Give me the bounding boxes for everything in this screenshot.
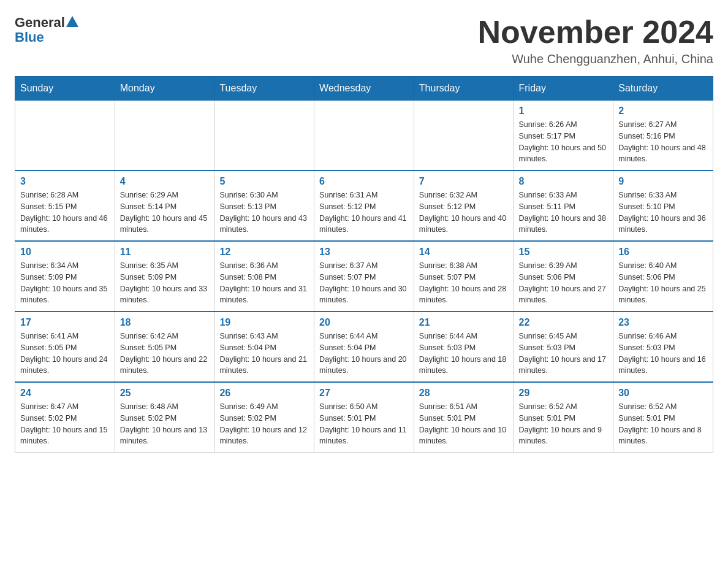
day-number: 24 [20,388,110,399]
day-info: Sunrise: 6:45 AMSunset: 5:03 PMDaylight:… [519,331,609,377]
day-number: 19 [219,317,309,328]
day-info: Sunrise: 6:49 AMSunset: 5:02 PMDaylight:… [219,401,309,447]
weekday-header-wednesday: Wednesday [314,77,414,101]
day-info: Sunrise: 6:52 AMSunset: 5:01 PMDaylight:… [519,401,609,447]
day-info: Sunrise: 6:35 AMSunset: 5:09 PMDaylight:… [120,260,210,306]
calendar-cell: 19Sunrise: 6:43 AMSunset: 5:04 PMDayligh… [214,312,314,382]
day-info: Sunrise: 6:32 AMSunset: 5:12 PMDaylight:… [419,190,509,236]
calendar-cell: 18Sunrise: 6:42 AMSunset: 5:05 PMDayligh… [115,312,214,382]
day-number: 4 [120,176,210,187]
weekday-header-tuesday: Tuesday [214,77,314,101]
day-info: Sunrise: 6:34 AMSunset: 5:09 PMDaylight:… [20,260,110,306]
weekday-header-thursday: Thursday [414,77,514,101]
calendar-cell: 21Sunrise: 6:44 AMSunset: 5:03 PMDayligh… [414,312,514,382]
day-info: Sunrise: 6:50 AMSunset: 5:01 PMDaylight:… [319,401,409,447]
day-number: 26 [219,388,309,399]
calendar-cell: 2Sunrise: 6:27 AMSunset: 5:16 PMDaylight… [613,101,713,171]
day-info: Sunrise: 6:43 AMSunset: 5:04 PMDaylight:… [219,331,309,377]
day-info: Sunrise: 6:47 AMSunset: 5:02 PMDaylight:… [20,401,110,447]
day-info: Sunrise: 6:41 AMSunset: 5:05 PMDaylight:… [20,331,110,377]
day-info: Sunrise: 6:26 AMSunset: 5:17 PMDaylight:… [519,119,609,165]
calendar-cell [314,101,414,171]
logo-general: General [15,15,65,31]
calendar-week-row: 3Sunrise: 6:28 AMSunset: 5:15 PMDaylight… [15,170,713,241]
day-number: 3 [20,176,110,187]
day-info: Sunrise: 6:31 AMSunset: 5:12 PMDaylight:… [319,190,409,236]
calendar-cell [214,101,314,171]
calendar-cell: 25Sunrise: 6:48 AMSunset: 5:02 PMDayligh… [115,382,214,453]
day-number: 28 [419,388,509,399]
calendar-cell: 10Sunrise: 6:34 AMSunset: 5:09 PMDayligh… [15,241,115,312]
day-info: Sunrise: 6:39 AMSunset: 5:06 PMDaylight:… [519,260,609,306]
day-info: Sunrise: 6:36 AMSunset: 5:08 PMDaylight:… [219,260,309,306]
day-number: 18 [120,317,210,328]
day-number: 16 [618,247,708,258]
calendar-cell: 12Sunrise: 6:36 AMSunset: 5:08 PMDayligh… [214,241,314,312]
calendar-cell: 13Sunrise: 6:37 AMSunset: 5:07 PMDayligh… [314,241,414,312]
calendar-cell [115,101,214,171]
weekday-header-row: SundayMondayTuesdayWednesdayThursdayFrid… [15,77,713,101]
calendar-cell [15,101,115,171]
day-info: Sunrise: 6:46 AMSunset: 5:03 PMDaylight:… [618,331,708,377]
page-header: General Blue November 2024 Wuhe Chenggua… [15,15,713,66]
calendar-week-row: 10Sunrise: 6:34 AMSunset: 5:09 PMDayligh… [15,241,713,312]
weekday-header-monday: Monday [115,77,214,101]
calendar-cell: 9Sunrise: 6:33 AMSunset: 5:10 PMDaylight… [613,170,713,241]
calendar-cell: 29Sunrise: 6:52 AMSunset: 5:01 PMDayligh… [514,382,613,453]
calendar-cell: 8Sunrise: 6:33 AMSunset: 5:11 PMDaylight… [514,170,613,241]
day-number: 2 [618,105,708,117]
calendar-week-row: 24Sunrise: 6:47 AMSunset: 5:02 PMDayligh… [15,382,713,453]
day-info: Sunrise: 6:30 AMSunset: 5:13 PMDaylight:… [219,190,309,236]
day-number: 13 [319,247,409,258]
calendar-cell: 3Sunrise: 6:28 AMSunset: 5:15 PMDaylight… [15,170,115,241]
day-number: 27 [319,388,409,399]
calendar-cell: 15Sunrise: 6:39 AMSunset: 5:06 PMDayligh… [514,241,613,312]
day-info: Sunrise: 6:44 AMSunset: 5:04 PMDaylight:… [319,331,409,377]
day-info: Sunrise: 6:28 AMSunset: 5:15 PMDaylight:… [20,190,110,236]
day-number: 9 [618,176,708,187]
calendar-cell: 28Sunrise: 6:51 AMSunset: 5:01 PMDayligh… [414,382,514,453]
month-title: November 2024 [478,15,713,50]
calendar-cell: 20Sunrise: 6:44 AMSunset: 5:04 PMDayligh… [314,312,414,382]
day-info: Sunrise: 6:52 AMSunset: 5:01 PMDaylight:… [618,401,708,447]
day-info: Sunrise: 6:27 AMSunset: 5:16 PMDaylight:… [618,119,708,165]
day-info: Sunrise: 6:51 AMSunset: 5:01 PMDaylight:… [419,401,509,447]
day-info: Sunrise: 6:37 AMSunset: 5:07 PMDaylight:… [319,260,409,306]
day-info: Sunrise: 6:48 AMSunset: 5:02 PMDaylight:… [120,401,210,447]
svg-marker-0 [66,16,78,27]
calendar-cell: 6Sunrise: 6:31 AMSunset: 5:12 PMDaylight… [314,170,414,241]
calendar-cell: 23Sunrise: 6:46 AMSunset: 5:03 PMDayligh… [613,312,713,382]
day-info: Sunrise: 6:33 AMSunset: 5:10 PMDaylight:… [618,190,708,236]
day-number: 7 [419,176,509,187]
logo: General Blue [15,15,78,44]
day-number: 23 [618,317,708,328]
day-info: Sunrise: 6:42 AMSunset: 5:05 PMDaylight:… [120,331,210,377]
weekday-header-sunday: Sunday [15,77,115,101]
weekday-header-saturday: Saturday [613,77,713,101]
calendar-cell: 17Sunrise: 6:41 AMSunset: 5:05 PMDayligh… [15,312,115,382]
calendar-week-row: 1Sunrise: 6:26 AMSunset: 5:17 PMDaylight… [15,101,713,171]
title-section: November 2024 Wuhe Chengguanzhen, Anhui,… [478,15,713,66]
calendar-cell [414,101,514,171]
logo-triangle-icon [66,16,78,28]
calendar-cell: 30Sunrise: 6:52 AMSunset: 5:01 PMDayligh… [613,382,713,453]
day-number: 12 [219,247,309,258]
day-number: 25 [120,388,210,399]
day-number: 30 [618,388,708,399]
day-number: 21 [419,317,509,328]
calendar-cell: 22Sunrise: 6:45 AMSunset: 5:03 PMDayligh… [514,312,613,382]
day-number: 14 [419,247,509,258]
day-info: Sunrise: 6:33 AMSunset: 5:11 PMDaylight:… [519,190,609,236]
calendar-cell: 26Sunrise: 6:49 AMSunset: 5:02 PMDayligh… [214,382,314,453]
calendar-cell: 27Sunrise: 6:50 AMSunset: 5:01 PMDayligh… [314,382,414,453]
calendar-cell: 7Sunrise: 6:32 AMSunset: 5:12 PMDaylight… [414,170,514,241]
calendar-cell: 1Sunrise: 6:26 AMSunset: 5:17 PMDaylight… [514,101,613,171]
day-info: Sunrise: 6:38 AMSunset: 5:07 PMDaylight:… [419,260,509,306]
day-info: Sunrise: 6:44 AMSunset: 5:03 PMDaylight:… [419,331,509,377]
location-subtitle: Wuhe Chengguanzhen, Anhui, China [478,52,713,66]
day-number: 11 [120,247,210,258]
day-number: 20 [319,317,409,328]
weekday-header-friday: Friday [514,77,613,101]
calendar-cell: 16Sunrise: 6:40 AMSunset: 5:06 PMDayligh… [613,241,713,312]
day-info: Sunrise: 6:29 AMSunset: 5:14 PMDaylight:… [120,190,210,236]
